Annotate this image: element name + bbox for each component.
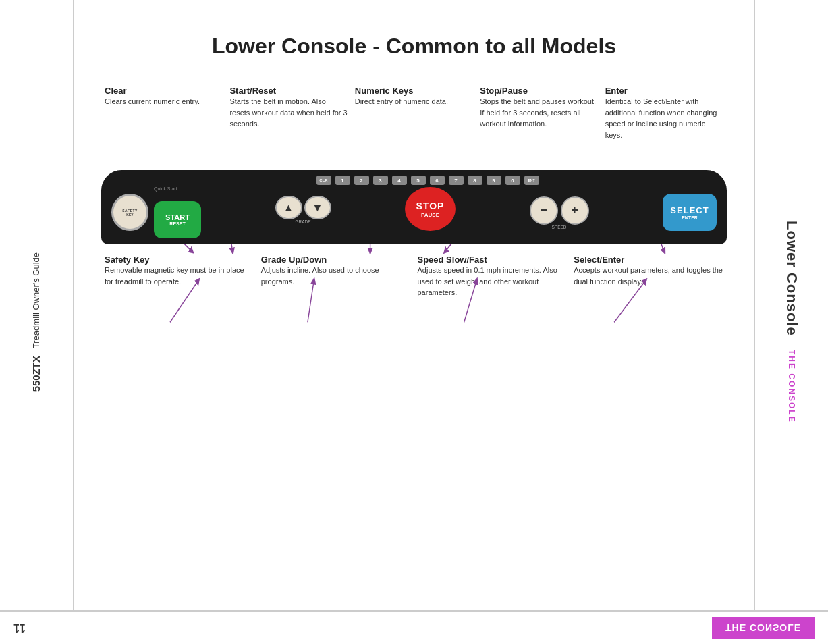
start-reset-button[interactable]: START RESET (154, 201, 201, 238)
num-key-2[interactable]: 2 (354, 176, 369, 185)
enter-label-on-btn: ENTER (682, 215, 698, 220)
num-key-0[interactable]: 0 (505, 176, 520, 185)
left-sidebar-text: 550ZTX Treadmill Owner's Guide (29, 252, 45, 392)
annotation-safety-key: Safety Key Removable magnetic key must b… (101, 254, 258, 342)
grade-up-icon: ▲ (283, 202, 294, 214)
speed-label: SPEED (551, 225, 566, 230)
annotation-safety-body: Removable magnetic key must be in place … (105, 265, 254, 287)
annotation-grade-body: Adjusts incline. Also used to choose pro… (261, 265, 411, 287)
annotation-start-body: Starts the belt in motion. Also resets w… (229, 96, 348, 130)
start-reset-group: Quick Start START RESET (154, 186, 201, 238)
clear-key[interactable]: CLR (316, 176, 331, 185)
num-key-9[interactable]: 9 (487, 176, 501, 185)
guide-name: Treadmill Owner's Guide (31, 252, 41, 348)
grade-group: ▲ ▼ GRADE (275, 196, 331, 224)
annotation-safety-title: Safety Key (105, 254, 254, 265)
annotation-select-title: Select/Enter (574, 254, 723, 265)
minus-icon: − (540, 203, 547, 217)
annotation-numeric: Numeric Keys Direct entry of numeric dat… (352, 86, 476, 167)
plus-icon: + (571, 203, 578, 217)
page-title: Lower Console - Common to all Models (101, 34, 727, 59)
num-key-4[interactable]: 4 (392, 176, 407, 185)
annotation-clear: Clear Clears current numeric entry. (101, 86, 226, 167)
bottom-bar: 11 THE CONSOLE (0, 610, 828, 644)
console-wrapper: CLR 1 2 3 4 5 6 7 8 9 0 ENT SAFETY KEY Q… (101, 170, 727, 244)
page-number: 11 (13, 622, 26, 634)
annotation-enter-title: Enter (605, 86, 723, 96)
enter-key[interactable]: ENT (524, 176, 539, 185)
num-key-3[interactable]: 3 (373, 176, 388, 185)
num-key-7[interactable]: 7 (449, 176, 464, 185)
safety-key-button[interactable]: SAFETY KEY (111, 194, 148, 231)
annotation-select-body: Accepts workout parameters, and toggles … (574, 265, 723, 287)
annotation-stop: Stop/Pause Stops the belt and pauses wor… (476, 86, 601, 167)
annotation-speed-title: Speed Slow/Fast (418, 254, 568, 265)
bottom-tab: THE CONSOLE (712, 617, 815, 639)
bottom-tab-label: THE CONSOLE (725, 622, 801, 633)
grade-down-icon: ▼ (312, 202, 323, 214)
annotation-clear-body: Clears current numeric entry. (105, 96, 223, 107)
grade-buttons-row: ▲ ▼ (275, 196, 331, 219)
annotation-start-title: Start/Reset (229, 86, 348, 96)
right-subheading: THE CONSOLE (787, 350, 796, 423)
start-label: START (165, 213, 190, 221)
num-key-6[interactable]: 6 (430, 176, 445, 185)
main-content: Lower Console - Common to all Models Cle… (74, 0, 754, 610)
right-sidebar: Lower Console THE CONSOLE (754, 0, 828, 644)
annotation-clear-title: Clear (105, 86, 223, 96)
speed-slow-button[interactable]: − (530, 196, 558, 225)
left-sidebar: 550ZTX Treadmill Owner's Guide (0, 0, 74, 644)
speed-group: − + SPEED (530, 191, 589, 230)
annotation-enter: Enter Identical to Select/Enter with add… (602, 86, 727, 167)
annotation-numeric-title: Numeric Keys (355, 86, 473, 96)
annotation-speed: Speed Slow/Fast Adjusts speed in 0.1 mph… (414, 254, 571, 342)
annotation-grade: Grade Up/Down Adjusts incline. Also used… (258, 254, 414, 342)
num-key-8[interactable]: 8 (468, 176, 482, 185)
num-key-1[interactable]: 1 (335, 176, 350, 185)
annotation-numeric-body: Direct entry of numeric data. (355, 96, 473, 107)
console-panel: CLR 1 2 3 4 5 6 7 8 9 0 ENT SAFETY KEY Q… (101, 170, 727, 244)
reset-label: RESET (169, 221, 185, 226)
grade-up-button[interactable]: ▲ (275, 196, 302, 219)
pause-label: PAUSE (421, 212, 439, 218)
annotation-stop-title: Stop/Pause (480, 86, 598, 96)
num-keys-row: CLR 1 2 3 4 5 6 7 8 9 0 ENT (189, 176, 666, 185)
stop-label: STOP (416, 200, 445, 211)
bottom-annotations: Safety Key Removable magnetic key must b… (101, 254, 727, 342)
annotation-stop-body: Stops the belt and pauses workout. If he… (480, 96, 598, 130)
annotation-enter-body: Identical to Select/Enter with additiona… (605, 96, 723, 140)
grade-down-button[interactable]: ▼ (304, 196, 331, 219)
annotation-start-reset: Start/Reset Starts the belt in motion. A… (226, 86, 351, 167)
grade-label: GRADE (295, 219, 310, 224)
annotation-speed-body: Adjusts speed in 0.1 mph increments. Als… (418, 265, 568, 298)
annotation-grade-title: Grade Up/Down (261, 254, 411, 265)
stop-pause-button[interactable]: STOP PAUSE (405, 187, 456, 231)
select-label: SELECT (670, 205, 709, 215)
speed-fast-button[interactable]: + (561, 196, 589, 225)
safety-label-bottom: KEY (126, 213, 133, 217)
model-name: 550ZTX (30, 356, 42, 392)
right-heading: Lower Console (783, 221, 800, 336)
annotation-select-enter: Select/Enter Accepts workout parameters,… (570, 254, 727, 342)
select-enter-button[interactable]: SELECT ENTER (663, 194, 717, 231)
num-key-5[interactable]: 5 (411, 176, 426, 185)
speed-buttons: − + (530, 196, 589, 225)
top-annotations: Clear Clears current numeric entry. Star… (101, 86, 727, 167)
quick-start-label: Quick Start (154, 186, 201, 191)
